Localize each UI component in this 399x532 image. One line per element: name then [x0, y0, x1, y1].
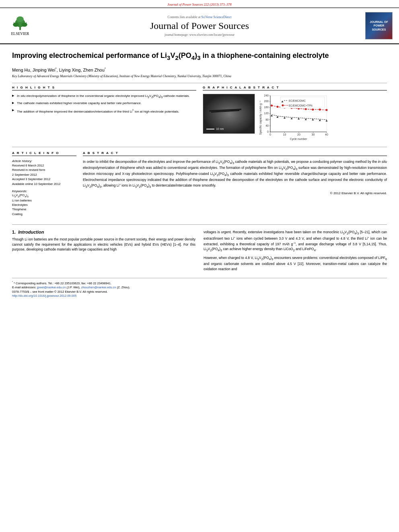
svg-text:80: 80	[265, 118, 269, 121]
abstract-copyright: © 2012 Elsevier B.V. All rights reserved…	[83, 191, 387, 195]
svg-point-51	[271, 104, 273, 106]
svg-text:0: 0	[269, 133, 271, 136]
graphical-abstract-column: G R A P H I C A L A B S T R A C T	[203, 86, 387, 143]
sciverse-link-text: Contents lists available at SciVerse Sci…	[39, 15, 360, 19]
article-body: Improving electrochemical performance of…	[0, 44, 399, 305]
chart-svg: Specific capacity / mAh g⁻¹ 0 40 80	[258, 94, 331, 142]
highlight-item-3: The addition of thiophene improved the d…	[12, 108, 196, 114]
footnote-issn: 0378-7753/$ – see front matter © 2012 El…	[12, 290, 387, 294]
svg-text:40: 40	[265, 124, 269, 127]
article-info-column: A R T I C L E I N F O Article history: R…	[12, 151, 76, 220]
footnote-email: E-mail addresses: jpwei@nankai.edu.cn (J…	[12, 286, 387, 290]
article-affiliation: Key Laboratory of Advanced Energy Materi…	[12, 74, 387, 78]
page: Journal of Power Sources 222 (2013) 373–…	[0, 0, 399, 532]
email-link-jpwei[interactable]: jpwei@nankai.edu.cn	[37, 286, 66, 289]
journal-banner: ELSEVIER Contents lists available at Sci…	[0, 8, 399, 44]
history-text: Received 6 March 2012 Received in revise…	[12, 164, 76, 187]
highlight-item-1: In situ electropolymerization of thiophe…	[12, 94, 196, 99]
svg-text:10: 10	[283, 133, 286, 136]
svg-text:120: 120	[264, 112, 269, 115]
svg-text:EC/EMC/DMC: EC/EMC/DMC	[289, 99, 306, 102]
journal-citation-text: Journal of Power Sources 222 (2013) 373–…	[167, 2, 232, 6]
abstract-text: In order to inhibit the decomposition of…	[83, 159, 387, 189]
elsevier-wordmark: ELSEVIER	[11, 32, 29, 36]
highlights-list: In situ electropolymerization of thiophe…	[12, 94, 196, 114]
elsevier-logo: ELSEVIER	[6, 14, 34, 37]
intro-right-text: voltages is urgent. Recently, extensive …	[204, 230, 387, 272]
history-received: Received 6 March 2012	[12, 164, 76, 168]
svg-point-57	[312, 108, 314, 110]
svg-text:Specific capacity / mAh g⁻¹: Specific capacity / mAh g⁻¹	[259, 101, 262, 135]
article-history: Article history: Received 6 March 2012 R…	[12, 159, 76, 187]
svg-text:40: 40	[325, 133, 328, 136]
svg-point-4	[16, 16, 24, 22]
svg-text:0: 0	[267, 130, 269, 133]
svg-point-3	[22, 23, 27, 27]
tem-image: 10 nm	[203, 94, 255, 134]
scale-line-icon	[206, 129, 214, 129]
highlights-column: H I G H L I G H T S In situ electropolym…	[12, 86, 196, 143]
journal-cover-image: JOURNAL OF POWER SOURCES	[365, 12, 393, 39]
keywords-section: Keywords: Li3V2(PO4)3 Li ion batteries E…	[12, 189, 76, 216]
history-revised-date: 2 September 2012	[12, 173, 76, 177]
journal-homepage: journal homepage: www.elsevier.com/locat…	[39, 33, 360, 37]
svg-text:Cycle number: Cycle number	[290, 138, 307, 141]
affiliation-divider	[12, 83, 387, 83]
cycle-number-chart: Specific capacity / mAh g⁻¹ 0 40 80	[258, 94, 387, 143]
highlights-header: H I G H L I G H T S	[12, 86, 196, 90]
intro-left-text: Though Li ion batteries are the most pop…	[12, 237, 195, 252]
graphical-abstract-content: 10 nm Specific capacity / mAh g⁻¹	[203, 94, 387, 143]
footnote-corresponding: * * Corresponding authors. Tel.: +86 22 …	[12, 281, 387, 286]
svg-text:240: 240	[264, 94, 269, 97]
svg-point-52	[276, 106, 278, 108]
article-authors: Meng Hu, Jinping Wei*, Liying Xing, Zhen…	[12, 67, 387, 72]
svg-text:20: 20	[297, 133, 300, 136]
history-label: Article history:	[12, 159, 76, 163]
svg-point-58	[319, 108, 321, 110]
highlights-graphical-section: H I G H L I G H T S In situ electropolym…	[12, 86, 387, 143]
highlight-item-2: The cathode materials exhibited higher r…	[12, 101, 196, 105]
history-accepted: Accepted 3 September 2012	[12, 177, 76, 182]
svg-point-56	[305, 108, 307, 110]
sciverse-link[interactable]: SciVerse ScienceDirect	[202, 15, 232, 19]
svg-text:EC/EMC/DMC+TPN: EC/EMC/DMC+TPN	[289, 104, 313, 107]
intro-left-col: 1. Introduction Though Li ion batteries …	[12, 230, 195, 274]
introduction-section: 1. Introduction Though Li ion batteries …	[12, 224, 387, 274]
svg-point-64	[282, 104, 284, 106]
graphical-abstract-header: G R A P H I C A L A B S T R A C T	[203, 86, 387, 90]
intro-section-title: 1. Introduction	[12, 230, 195, 234]
journal-title: Journal of Power Sources	[39, 21, 360, 31]
journal-citation: Journal of Power Sources 222 (2013) 373–…	[0, 0, 399, 8]
scale-bar: 10 nm	[206, 127, 224, 130]
article-title: Improving electrochemical performance of…	[12, 51, 387, 62]
svg-text:200: 200	[264, 99, 269, 102]
svg-text:30: 30	[312, 133, 315, 136]
abstract-header: A B S T R A C T	[83, 151, 387, 156]
keywords-list: Li3V2(PO4)3 Li ion batteries Electrolyte…	[12, 193, 76, 216]
footnote-star: *	[12, 281, 13, 283]
article-info-abstract-section: A R T I C L E I N F O Article history: R…	[12, 147, 387, 220]
history-online: Available online 10 September 2012	[12, 182, 76, 187]
intro-right-col: voltages is urgent. Recently, extensive …	[204, 230, 387, 274]
article-info-header: A R T I C L E I N F O	[12, 151, 76, 156]
svg-point-2	[13, 23, 19, 27]
footnotes: * * Corresponding authors. Tel.: +86 22 …	[12, 278, 387, 298]
abstract-column: A B S T R A C T In order to inhibit the …	[83, 151, 387, 220]
history-revised-label: Received in revised form	[12, 168, 76, 173]
email-link-zhouzhen[interactable]: zhouzhen@nankai.edu.cn	[81, 286, 116, 289]
doi-link[interactable]: http://dx.doi.org/10.1016/j.jpowsour.201…	[12, 294, 76, 298]
footnote-doi: http://dx.doi.org/10.1016/j.jpowsour.201…	[12, 294, 387, 298]
banner-center: Contents lists available at SciVerse Sci…	[39, 15, 360, 37]
svg-text:160: 160	[264, 106, 269, 109]
elsevier-tree-icon	[8, 16, 32, 32]
keywords-label: Keywords:	[12, 189, 76, 193]
svg-point-59	[326, 109, 328, 111]
